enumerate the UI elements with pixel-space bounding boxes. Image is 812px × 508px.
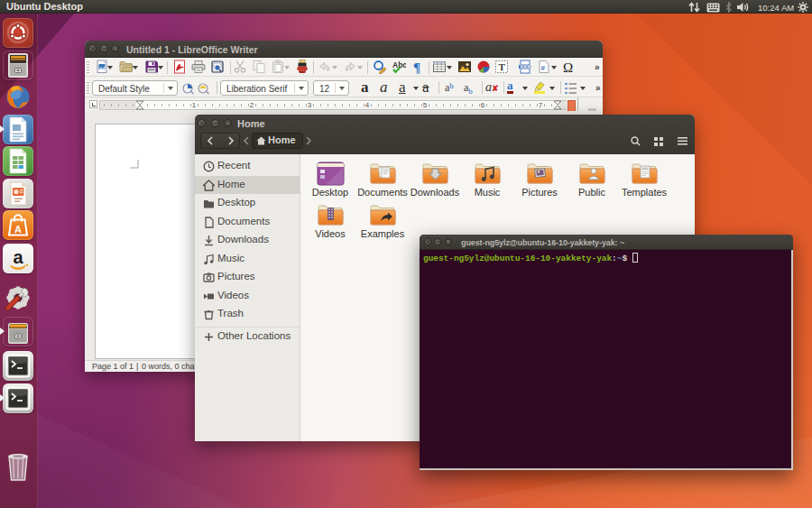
svg-text:¶: ¶ — [413, 60, 420, 75]
svg-text:Ω: Ω — [563, 60, 573, 75]
svg-text:T: T — [499, 61, 506, 72]
svg-text:#: # — [541, 64, 546, 72]
svg-text:A: A — [14, 224, 22, 235]
svg-text:a: a — [13, 247, 23, 267]
